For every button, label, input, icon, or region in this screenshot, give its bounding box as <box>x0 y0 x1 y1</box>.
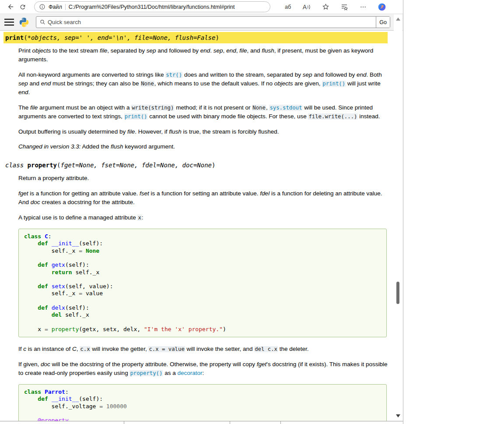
go-button[interactable]: Go <box>376 17 390 28</box>
menu-button[interactable] <box>4 18 15 27</box>
scroll-up-arrow-icon[interactable] <box>396 18 400 21</box>
more-button[interactable] <box>357 1 369 13</box>
code-token: (self): <box>79 240 103 247</box>
code-token: = <box>99 403 103 410</box>
text-span: the deleter. <box>278 346 309 352</box>
code-token <box>24 396 38 402</box>
scroll-down-arrow-icon[interactable] <box>396 414 400 417</box>
code-block: class Parrot: def __init__(self): self._… <box>18 384 387 424</box>
text-span: Return a property attribute. <box>18 175 89 181</box>
code-token: def <box>38 283 48 290</box>
text-span: . <box>28 89 30 95</box>
favorites-button[interactable] <box>319 1 332 13</box>
docs-header: Go <box>0 14 403 31</box>
code-block: class C: def __init__(self): self._x = N… <box>18 229 387 337</box>
search-icon <box>36 19 48 25</box>
text-span: is a function for getting an attribute v… <box>28 190 140 197</box>
italic-term: objects <box>32 47 51 54</box>
italic-term: doc <box>31 199 40 205</box>
sig-params: *objects, sep=' ', end='\n', file=None, … <box>28 34 216 41</box>
search-input[interactable] <box>48 17 376 28</box>
code-link[interactable]: sys.stdout <box>269 105 302 111</box>
text-span: , <box>223 47 227 54</box>
italic-term: sep <box>147 47 156 54</box>
code-token: (self, value): <box>65 283 113 290</box>
back-button[interactable] <box>4 1 17 13</box>
italic-term: sep <box>214 47 223 54</box>
browser-toolbar: Файл C:/Program%20Files/Python311/Doc/ht… <box>0 0 403 14</box>
code-link[interactable]: property() <box>130 370 163 376</box>
url-text: C:/Program%20Files/Python311/Doc/html/li… <box>69 4 235 10</box>
code-token <box>48 283 52 290</box>
text-span: If given, <box>18 361 41 367</box>
text-span: will invoke the setter, and <box>185 346 254 352</box>
code-token <box>24 240 38 247</box>
code-token <box>24 261 38 268</box>
text-span: . Both <box>366 71 382 78</box>
sig-params: fget=None, fset=None, fdel=None, doc=Non… <box>60 162 212 169</box>
back-arrow-icon <box>7 3 14 11</box>
code-token <box>24 304 38 311</box>
italic-term: end <box>200 47 210 54</box>
code-token: class <box>24 233 41 240</box>
text-span: will invoke the getter, <box>91 346 149 352</box>
text-span: If <box>18 346 23 352</box>
italic-term: flush <box>111 143 123 150</box>
paragraph: Print objects to the text stream file, s… <box>18 46 388 64</box>
sig-name: property <box>28 162 57 169</box>
collections-button[interactable] <box>338 1 350 13</box>
italic-term: flush <box>262 47 274 54</box>
text-span: . However, if <box>135 128 169 135</box>
code-token: ) <box>223 326 226 332</box>
italic-term: fget <box>257 361 267 367</box>
toolbar-actions: аб A <box>282 1 388 13</box>
italic-term: end <box>41 80 51 87</box>
text-span: All non-keyword arguments are converted … <box>18 71 165 78</box>
address-bar[interactable]: Файл C:/Program%20Files/Python311/Doc/ht… <box>34 1 270 12</box>
italic-term: end <box>357 71 367 78</box>
italic-term: doc <box>41 361 50 367</box>
scrollbar-thumb[interactable] <box>396 282 399 304</box>
code-token: value <box>82 290 103 297</box>
bottom-edge-tick <box>280 421 281 424</box>
inline-code: del c.x <box>254 346 278 352</box>
code-token: (self): <box>65 304 89 311</box>
code-token: __init__ <box>52 396 79 402</box>
text-span: method; if it is not present or <box>174 104 252 111</box>
refresh-button[interactable] <box>17 1 29 13</box>
page-info-icon[interactable] <box>39 4 46 10</box>
text-span: , which means to use the default values.… <box>154 80 274 87</box>
more-icon <box>360 4 367 11</box>
code-token: self._x <box>62 311 89 318</box>
code-token: C <box>45 233 48 240</box>
inline-code: None <box>252 105 266 111</box>
code-token: property <box>52 326 79 332</box>
code-token: return <box>52 269 72 276</box>
code-token: self._x <box>72 269 100 276</box>
url-file-label: Файл <box>49 4 62 10</box>
python-logo-icon[interactable] <box>19 17 29 28</box>
code-link[interactable]: str() <box>165 72 182 78</box>
code-link[interactable]: print() <box>322 81 346 87</box>
paragraph: fget is a function for getting an attrib… <box>18 189 388 207</box>
code-link[interactable]: print() <box>124 113 148 120</box>
text-link[interactable]: decorator <box>177 370 202 376</box>
signature-print: print(*objects, sep=' ', end='\n', file=… <box>4 32 388 43</box>
collections-icon <box>340 3 348 11</box>
bottom-edge-tick <box>124 421 124 424</box>
translate-button[interactable]: аб <box>282 1 294 13</box>
vertical-scrollbar[interactable] <box>394 14 402 424</box>
italic-term: sep <box>18 80 28 87</box>
code-token: delx <box>52 304 65 311</box>
copilot-button[interactable] <box>376 1 388 13</box>
text-span: cannot be used with binary mode file obj… <box>147 113 308 120</box>
code-token: (getx, setx, delx, <box>79 326 144 332</box>
text-span: and followed by <box>312 71 357 78</box>
read-aloud-button[interactable]: A <box>301 1 313 13</box>
text-span: Added the <box>81 143 111 150</box>
text-span: A typical use is to define a managed att… <box>18 214 137 221</box>
browser-window: Файл C:/Program%20Files/Python311/Doc/ht… <box>0 0 403 424</box>
search-box: Go <box>36 16 390 28</box>
italic-term: fset <box>140 190 149 197</box>
code-token: : <box>65 389 69 395</box>
